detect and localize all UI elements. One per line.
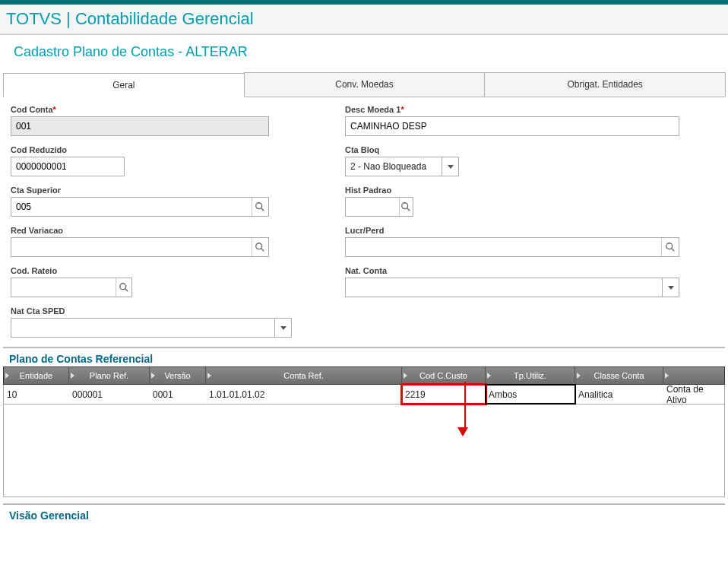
search-icon[interactable]	[252, 198, 268, 216]
tab-geral[interactable]: Geral	[3, 73, 245, 97]
svg-point-2	[402, 203, 408, 209]
cell-tipo-conta: Conta de Ativo	[663, 385, 724, 404]
label-red-variacao: Red Variacao	[11, 226, 292, 235]
svg-point-0	[256, 203, 262, 209]
search-icon[interactable]	[252, 238, 268, 256]
table-row[interactable]: 10 000001 0001 1.01.01.01.02 2219 Ambos …	[3, 385, 725, 405]
chevron-down-icon[interactable]	[662, 278, 679, 297]
cell-classe-conta: Analitica	[575, 385, 663, 404]
svg-line-5	[261, 249, 264, 252]
col-classe-conta[interactable]: Classe Conta	[593, 371, 644, 380]
col-versao[interactable]: Versão	[164, 371, 190, 380]
label-nat-cta-sped: Nat Cta SPED	[11, 306, 292, 316]
cell-entidade: 10	[4, 385, 69, 404]
module-name: Contabilidade Gerencial	[75, 9, 254, 28]
label-cta-superior: Cta Superior	[11, 186, 292, 195]
svg-line-7	[672, 249, 675, 252]
chevron-down-icon[interactable]	[442, 157, 458, 176]
cell-cod-ccusto[interactable]: 2219	[402, 385, 486, 404]
col-conta-ref[interactable]: Conta Ref.	[283, 371, 324, 380]
search-icon[interactable]	[661, 238, 679, 256]
label-nat-conta: Nat. Conta	[345, 266, 679, 275]
select-cta-bloq[interactable]: 2 - Nao Bloqueada	[345, 157, 459, 176]
app-header: TOTVS | Contabilidade Gerencial	[0, 5, 728, 34]
chevron-down-icon[interactable]	[274, 319, 291, 337]
svg-point-6	[666, 243, 673, 249]
page-title: Cadastro Plano de Contas - ALTERAR	[14, 44, 714, 60]
input-red-variacao[interactable]	[11, 237, 269, 257]
col-tp-utiliz[interactable]: Tp.Utiliz.	[514, 371, 546, 380]
section-plano-referencial: Plano de Contas Referencial	[3, 347, 725, 366]
svg-line-9	[125, 289, 128, 292]
grid-empty-area	[3, 405, 725, 497]
label-cod-reduzido: Cod Reduzido	[11, 145, 292, 154]
tab-bar: Geral Conv. Moedas Obrigat. Entidades	[3, 72, 725, 97]
tab-conv-moedas[interactable]: Conv. Moedas	[244, 72, 486, 97]
cell-tp-utiliz[interactable]: Ambos	[486, 385, 575, 404]
search-icon[interactable]	[116, 278, 131, 297]
select-nat-cta-sped[interactable]	[11, 318, 292, 338]
label-cod-conta: Cod Conta	[11, 105, 53, 114]
section-visao-gerencial: Visão Gerencial	[3, 503, 725, 523]
input-lucr-perd[interactable]	[345, 237, 679, 257]
label-desc-moeda1: Desc Moeda 1	[345, 105, 400, 114]
input-cta-superior[interactable]	[11, 197, 269, 217]
grid-header: Entidade Plano Ref. Versão Conta Ref. Co…	[3, 366, 725, 385]
search-icon[interactable]	[399, 198, 413, 216]
svg-point-8	[120, 284, 126, 290]
cell-plano-ref: 000001	[69, 385, 150, 404]
col-plano-ref[interactable]: Plano Ref.	[90, 371, 128, 380]
col-cod-ccusto[interactable]: Cod C.Custo	[419, 371, 467, 380]
col-entidade[interactable]: Entidade	[20, 371, 52, 380]
input-cod-reduzido[interactable]	[11, 157, 125, 176]
tab-obrigat-entidades[interactable]: Obrigat. Entidades	[484, 72, 726, 97]
input-cod-conta[interactable]	[11, 116, 269, 136]
input-desc-moeda1[interactable]	[345, 116, 679, 136]
cell-conta-ref: 1.01.01.01.02	[206, 385, 402, 404]
cell-versao: 0001	[150, 385, 206, 404]
label-cta-bloq: Cta Bloq	[345, 145, 679, 154]
svg-line-1	[261, 208, 264, 211]
svg-point-4	[256, 243, 262, 249]
vendor-name: TOTVS	[6, 9, 62, 28]
input-cod-rateio[interactable]	[11, 278, 132, 297]
svg-line-3	[407, 208, 410, 211]
label-cod-rateio: Cod. Rateio	[11, 266, 292, 275]
select-nat-conta[interactable]	[345, 278, 679, 297]
input-hist-padrao[interactable]	[345, 197, 413, 217]
label-hist-padrao: Hist Padrao	[345, 186, 679, 195]
label-lucr-perd: Lucr/Perd	[345, 226, 679, 235]
